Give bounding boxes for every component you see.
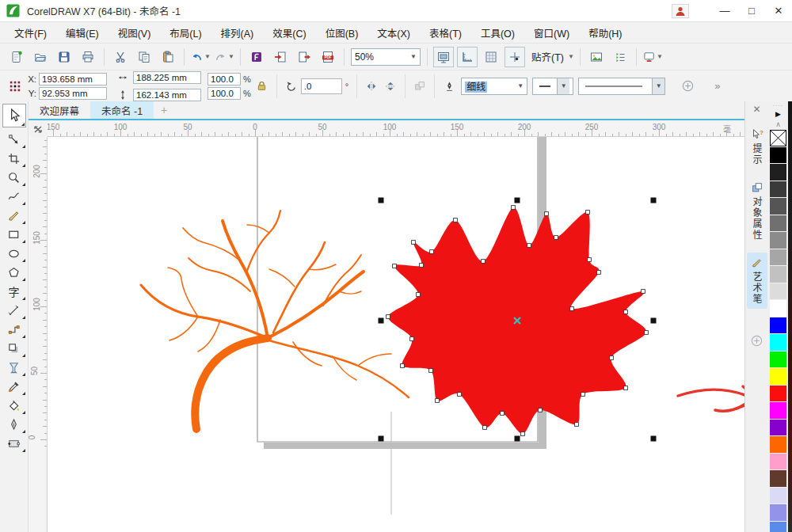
swatch-40-black[interactable]	[770, 249, 786, 266]
curve-node-marker[interactable]	[521, 432, 525, 436]
curve-node-marker[interactable]	[624, 386, 628, 390]
branch-drawing[interactable]	[169, 317, 198, 340]
curve-node-marker[interactable]	[483, 426, 487, 430]
show-rulers-button[interactable]	[457, 47, 478, 67]
docker-tab-艺术笔[interactable]: 艺术笔	[747, 253, 767, 309]
dimension-tool[interactable]	[2, 301, 26, 320]
branch-drawing[interactable]	[269, 269, 295, 287]
lock-ratio-button[interactable]	[253, 78, 271, 95]
curve-node-marker[interactable]	[429, 369, 433, 373]
full-screen-preview-button[interactable]	[433, 47, 454, 67]
menu-item-6[interactable]: 位图(B)	[316, 22, 368, 44]
account-icon[interactable]	[672, 4, 689, 18]
swatch-periwinkle[interactable]	[770, 504, 786, 521]
ruler-origin[interactable]	[29, 122, 48, 137]
curve-node-marker[interactable]	[430, 250, 434, 254]
menu-item-7[interactable]: 文本(X)	[367, 22, 420, 44]
redo-button[interactable]: ▼	[214, 47, 234, 67]
swatch-brown[interactable]	[770, 470, 786, 487]
curve-node-marker[interactable]	[554, 236, 558, 240]
connector-tool[interactable]	[2, 320, 26, 339]
crop-tool[interactable]	[2, 149, 26, 168]
mirror-vertical-button[interactable]	[382, 78, 399, 95]
minimize-button[interactable]: —	[711, 0, 738, 22]
branch-drawing[interactable]	[268, 272, 364, 338]
outline-width-combo[interactable]: 细线 ▼	[461, 78, 527, 95]
pick-tool[interactable]	[2, 104, 26, 127]
swatch-20-black[interactable]	[770, 283, 786, 300]
branch-drawing[interactable]	[246, 211, 280, 273]
curve-node-marker[interactable]	[436, 399, 440, 403]
curve-node-marker[interactable]	[570, 307, 574, 311]
menu-item-10[interactable]: 窗口(W)	[524, 22, 579, 44]
selection-handle[interactable]	[379, 436, 384, 442]
swatch-cornflower[interactable]	[770, 522, 786, 532]
zoom-level-combo[interactable]: 50%▼	[351, 48, 421, 66]
horizontal-ruler[interactable]: 15010050050100150200250300毫米	[48, 122, 744, 137]
docker-close-icon[interactable]: ✕	[752, 101, 760, 116]
y-position-input[interactable]	[39, 87, 107, 100]
curve-node-marker[interactable]	[642, 290, 645, 294]
start-arrowhead-combo[interactable]: ▼	[532, 78, 573, 95]
swatch-90-black[interactable]	[770, 164, 786, 180]
swatch-black[interactable]	[770, 147, 786, 164]
branch-drawing[interactable]	[269, 340, 409, 397]
show-grid-button[interactable]	[481, 47, 501, 67]
swatch-70-black[interactable]	[770, 198, 786, 215]
save-document-button[interactable]	[54, 47, 74, 67]
curve-node-marker[interactable]	[527, 244, 531, 248]
swatch-green[interactable]	[770, 352, 786, 368]
interactive-fill-tool[interactable]	[2, 434, 26, 453]
menu-item-11[interactable]: 帮助(H)	[579, 22, 631, 44]
welcome-screen-button-button[interactable]: ▼	[642, 47, 663, 67]
swatch-blue[interactable]	[770, 317, 786, 334]
branch-drawing[interactable]	[339, 291, 361, 294]
curve-node-marker[interactable]	[539, 408, 543, 412]
swatch-30-black[interactable]	[770, 266, 786, 283]
snap-to-button[interactable]: 贴齐(T)▼	[528, 47, 574, 67]
transparency-tool[interactable]	[2, 358, 26, 377]
search-content-button[interactable]	[246, 47, 267, 67]
selection-handle[interactable]	[379, 318, 384, 324]
curve-node-marker[interactable]	[386, 315, 390, 319]
export-button[interactable]	[294, 47, 314, 67]
menu-item-5[interactable]: 效果(C)	[263, 22, 315, 44]
scale-x-input[interactable]	[208, 73, 241, 86]
palette-scroll-up-icon[interactable]: ∧	[775, 120, 781, 130]
vertical-ruler[interactable]: 200150100500	[29, 137, 48, 532]
copy-button[interactable]	[134, 47, 154, 67]
branch-drawing[interactable]	[247, 225, 269, 233]
color-eyedropper-tool[interactable]	[2, 377, 26, 396]
rectangle-tool[interactable]	[2, 225, 26, 244]
curve-node-marker[interactable]	[501, 412, 505, 416]
quick-customize-button[interactable]	[679, 78, 696, 95]
curve-node-marker[interactable]	[412, 241, 416, 245]
close-button[interactable]: ✕	[765, 0, 792, 22]
swatch-orange[interactable]	[770, 436, 786, 453]
branch-drawing[interactable]	[358, 354, 391, 366]
curve-node-marker[interactable]	[575, 423, 579, 427]
object-width-input[interactable]	[133, 71, 201, 84]
menu-item-1[interactable]: 编辑(E)	[56, 22, 109, 44]
swatch-60-black[interactable]	[770, 215, 786, 232]
palette-grip[interactable]: ····	[773, 101, 783, 108]
curve-node-marker[interactable]	[482, 260, 485, 264]
curve-node-marker[interactable]	[545, 212, 549, 216]
branch-drawing[interactable]	[223, 221, 268, 338]
application-launcher-button[interactable]	[610, 47, 630, 67]
undo-button[interactable]: ▼	[190, 47, 211, 67]
docker-tab-提示[interactable]: ?提示	[747, 124, 767, 169]
selection-handle[interactable]	[379, 198, 384, 203]
curve-node-marker[interactable]	[410, 337, 414, 341]
curve-node-marker[interactable]	[401, 364, 405, 368]
menu-item-2[interactable]: 视图(V)	[109, 22, 161, 44]
curve-node-marker[interactable]	[581, 393, 585, 397]
curve-node-marker[interactable]	[420, 264, 424, 268]
curve-node-marker[interactable]	[417, 293, 421, 297]
shape-tool[interactable]	[2, 130, 26, 149]
open-document-button[interactable]	[30, 47, 51, 67]
new-document-button[interactable]	[6, 47, 27, 67]
cut-button[interactable]	[110, 47, 131, 67]
maximize-button[interactable]: □	[738, 0, 765, 22]
swatch-80-black[interactable]	[770, 181, 786, 198]
